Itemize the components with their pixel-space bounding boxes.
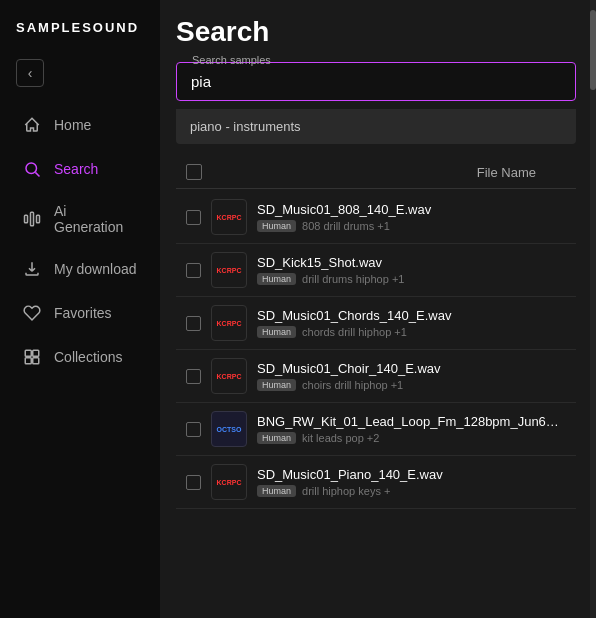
svg-rect-5 — [25, 350, 31, 356]
svg-point-0 — [26, 163, 37, 174]
file-info: SD_Music01_808_140_E.wav Human 808 drill… — [257, 202, 566, 232]
file-tag-text: drill drums hiphop +1 — [302, 273, 404, 285]
file-thumbnail: KCRPC — [211, 252, 247, 288]
row-checkbox[interactable] — [186, 316, 201, 331]
tag-badge: Human — [257, 379, 296, 391]
svg-rect-2 — [25, 215, 28, 223]
file-name: SD_Music01_Choir_140_E.wav — [257, 361, 566, 376]
svg-line-1 — [35, 172, 39, 176]
scrollbar-thumb[interactable] — [590, 10, 596, 90]
tag-badge: Human — [257, 432, 296, 444]
file-name: SD_Music01_Piano_140_E.wav — [257, 467, 566, 482]
svg-rect-4 — [37, 215, 40, 223]
file-thumbnail: KCRPC — [211, 358, 247, 394]
file-name: SD_Music01_808_140_E.wav — [257, 202, 566, 217]
sidebar-item-home[interactable]: Home — [6, 104, 154, 146]
heart-icon — [22, 303, 42, 323]
file-name: SD_Music01_Chords_140_E.wav — [257, 308, 566, 323]
tag-badge: Human — [257, 220, 296, 232]
file-info: SD_Kick15_Shot.wav Human drill drums hip… — [257, 255, 566, 285]
search-box: Search samples — [176, 62, 576, 101]
file-tags: Human chords drill hiphop +1 — [257, 326, 566, 338]
row-checkbox[interactable] — [186, 422, 201, 437]
search-icon — [22, 159, 42, 179]
home-icon — [22, 115, 42, 135]
collections-icon — [22, 347, 42, 367]
sidebar-label-home: Home — [54, 117, 91, 133]
tag-badge: Human — [257, 485, 296, 497]
table-row[interactable]: KCRPC SD_Kick15_Shot.wav Human drill dru… — [176, 244, 576, 297]
file-name: SD_Kick15_Shot.wav — [257, 255, 566, 270]
sidebar-item-my-download[interactable]: My download — [6, 248, 154, 290]
file-tags: Human drill drums hiphop +1 — [257, 273, 566, 285]
row-checkbox[interactable] — [186, 369, 201, 384]
page-title: Search — [176, 16, 576, 48]
file-info: BNG_RW_Kit_01_Lead_Loop_Fm_128bpm_Jun6V.… — [257, 414, 566, 444]
main-area: Search Search samples piano - instrument… — [160, 0, 596, 618]
app-logo: SAMPLESOUND — [0, 10, 160, 55]
sidebar-label-ai: Ai Generation — [54, 203, 138, 235]
tag-badge: Human — [257, 273, 296, 285]
sidebar-item-search[interactable]: Search — [6, 148, 154, 190]
svg-rect-8 — [33, 358, 39, 364]
file-tag-text: drill hiphop keys + — [302, 485, 390, 497]
sidebar-label-favorites: Favorites — [54, 305, 112, 321]
sidebar-label-search: Search — [54, 161, 98, 177]
row-checkbox[interactable] — [186, 475, 201, 490]
col-filename-header: File Name — [218, 165, 566, 180]
file-thumbnail: KCRPC — [211, 305, 247, 341]
search-input[interactable] — [176, 62, 576, 101]
file-tag-text: kit leads pop +2 — [302, 432, 379, 444]
table-row[interactable]: KCRPC SD_Music01_Chords_140_E.wav Human … — [176, 297, 576, 350]
search-label: Search samples — [188, 54, 275, 66]
file-tag-text: 808 drill drums +1 — [302, 220, 390, 232]
file-thumbnail: OCTSO — [211, 411, 247, 447]
sidebar-label-collections: Collections — [54, 349, 122, 365]
file-tag-text: choirs drill hiphop +1 — [302, 379, 403, 391]
file-tag-text: chords drill hiphop +1 — [302, 326, 407, 338]
file-tags: Human kit leads pop +2 — [257, 432, 566, 444]
svg-rect-7 — [33, 350, 39, 356]
tag-badge: Human — [257, 326, 296, 338]
sidebar-label-download: My download — [54, 261, 137, 277]
file-tags: Human choirs drill hiphop +1 — [257, 379, 566, 391]
table-row[interactable]: KCRPC SD_Music01_Choir_140_E.wav Human c… — [176, 350, 576, 403]
file-info: SD_Music01_Chords_140_E.wav Human chords… — [257, 308, 566, 338]
table-row[interactable]: KCRPC SD_Music01_808_140_E.wav Human 808… — [176, 191, 576, 244]
svg-rect-6 — [25, 358, 31, 364]
row-checkbox[interactable] — [186, 263, 201, 278]
table-row[interactable]: OCTSO BNG_RW_Kit_01_Lead_Loop_Fm_128bpm_… — [176, 403, 576, 456]
table-row[interactable]: KCRPC SD_Music01_Piano_140_E.wav Human d… — [176, 456, 576, 509]
sidebar-item-favorites[interactable]: Favorites — [6, 292, 154, 334]
file-thumbnail: KCRPC — [211, 199, 247, 235]
file-name: BNG_RW_Kit_01_Lead_Loop_Fm_128bpm_Jun6V.… — [257, 414, 566, 429]
download-icon — [22, 259, 42, 279]
autocomplete-item[interactable]: piano - instruments — [176, 109, 576, 144]
file-tags: Human 808 drill drums +1 — [257, 220, 566, 232]
file-info: SD_Music01_Choir_140_E.wav Human choirs … — [257, 361, 566, 391]
file-thumbnail: KCRPC — [211, 464, 247, 500]
sidebar-item-collections[interactable]: Collections — [6, 336, 154, 378]
scrollbar-track[interactable] — [590, 0, 596, 618]
select-all-checkbox[interactable] — [186, 164, 202, 180]
file-tags: Human drill hiphop keys + — [257, 485, 566, 497]
sidebar-item-ai-generation[interactable]: Ai Generation — [6, 192, 154, 246]
svg-rect-3 — [31, 212, 34, 226]
sidebar: SAMPLESOUND ‹ Home Search — [0, 0, 160, 618]
table-header: File Name — [176, 156, 576, 189]
row-checkbox[interactable] — [186, 210, 201, 225]
back-button[interactable]: ‹ — [16, 59, 44, 87]
file-info: SD_Music01_Piano_140_E.wav Human drill h… — [257, 467, 566, 497]
ai-icon — [22, 209, 42, 229]
